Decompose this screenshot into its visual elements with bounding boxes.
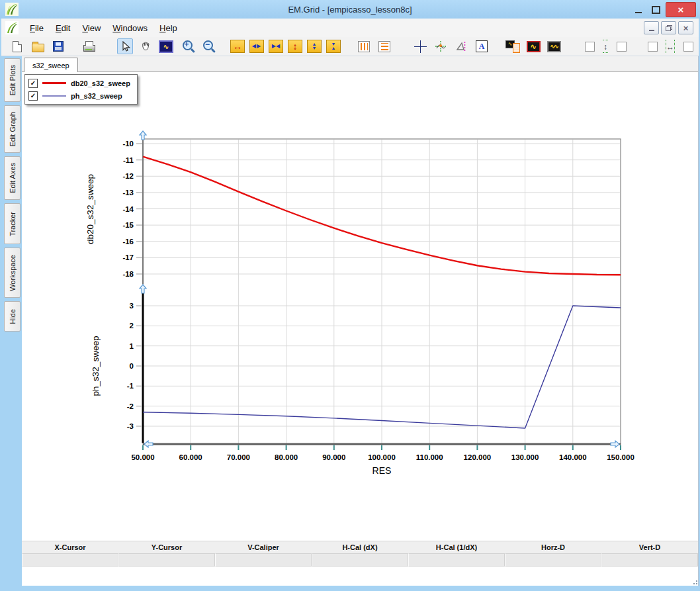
- pointer-tool-button[interactable]: [117, 38, 133, 54]
- sidebar-item-edit-graph[interactable]: Edit Graph: [4, 105, 21, 153]
- zoom-in-button[interactable]: [179, 38, 195, 54]
- minimize-icon: [635, 12, 642, 13]
- open-file-icon: [32, 44, 44, 52]
- status-column-header: Vert-D: [601, 541, 698, 553]
- bottom-axis-tick-label: -1: [127, 382, 134, 390]
- text-annotation-button[interactable]: [474, 38, 490, 54]
- pan-tool-button[interactable]: [138, 38, 153, 54]
- multi-plot-icon: [547, 41, 561, 52]
- fit-height-left-checkbox[interactable]: [582, 38, 597, 54]
- single-plot-button[interactable]: [525, 38, 541, 54]
- mdi-close-button[interactable]: [678, 21, 693, 34]
- status-value-cell: [408, 553, 505, 567]
- fit-width-right-checkbox[interactable]: [680, 38, 696, 54]
- crosshair-button[interactable]: [412, 38, 428, 54]
- sidebar-item-workspace[interactable]: Workspace: [4, 248, 21, 298]
- top-axis-tick-label: -16: [122, 238, 134, 246]
- bottom-axis-title: ph_s32_sweep: [91, 336, 101, 396]
- x-axis-tick-label: 110.000: [416, 453, 443, 461]
- mdi-restore-button[interactable]: [661, 21, 676, 34]
- legend-entry: ph_s32_sweep: [28, 89, 130, 102]
- plot-area[interactable]: -10-11-12-13-14-15-16-17-183210-1-2-350.…: [22, 56, 688, 586]
- axis-scroll-handle-icon[interactable]: [144, 441, 153, 447]
- close-button[interactable]: [666, 2, 696, 17]
- shrink-x-button[interactable]: [269, 40, 283, 53]
- open-file-button[interactable]: [30, 38, 46, 54]
- horizontal-bars-view-button[interactable]: [376, 38, 392, 54]
- menubar: FileEditViewWindowsHelp: [1, 19, 699, 38]
- toolbar: Layout: [1, 37, 699, 56]
- new-document-button[interactable]: [9, 38, 25, 54]
- stretch-y-button[interactable]: [307, 40, 322, 53]
- sidebar-item-label: Edit Graph: [9, 112, 17, 147]
- save-button[interactable]: [50, 38, 66, 54]
- plot-with-table-button[interactable]: [505, 38, 521, 54]
- status-column-header: V-Caliper: [215, 541, 312, 553]
- mdi-minimize-button[interactable]: [644, 21, 659, 34]
- pointer-tool-icon: [120, 41, 130, 52]
- vertical-bars-view-button[interactable]: [356, 38, 372, 54]
- print-icon: [83, 45, 95, 52]
- status-column-header: H-Cal (1/dX): [408, 541, 505, 553]
- expand-x-button[interactable]: [230, 40, 245, 53]
- zoom-out-button[interactable]: [199, 38, 215, 54]
- menu-item-help[interactable]: Help: [153, 21, 183, 36]
- status-column-header: Y-Cursor: [118, 541, 215, 553]
- window-bottom-border: [0, 586, 700, 591]
- expand-y-button[interactable]: [288, 40, 302, 53]
- minimize-button[interactable]: [631, 3, 646, 17]
- fit-height-right-checkbox[interactable]: [613, 38, 629, 54]
- status-value-cell: [215, 553, 312, 567]
- legend[interactable]: db20_s32_sweepph_s32_sweep: [24, 74, 138, 105]
- legend-label: ph_s32_sweep: [71, 92, 122, 100]
- zoom-region-icon: [159, 40, 173, 53]
- sidebar-item-label: Workspace: [9, 255, 17, 291]
- caliper-button[interactable]: [453, 38, 469, 54]
- maximize-button[interactable]: [648, 3, 663, 17]
- sidebar-item-tracker[interactable]: Tracker: [4, 203, 21, 244]
- status-column-header: X-Cursor: [22, 541, 118, 553]
- checkbox-blank-icon: [683, 42, 693, 52]
- sidebar: Edit Plots Edit Graph Edit Axes Tracker …: [1, 56, 22, 586]
- maximize-icon: [652, 6, 660, 14]
- horizontal-bars-view-icon: [378, 41, 390, 52]
- top-axis-tick-label: -14: [122, 205, 134, 213]
- shrink-y-button[interactable]: [326, 40, 341, 53]
- fit-width-left-checkbox[interactable]: [644, 38, 660, 54]
- vertical-bars-view-icon: [358, 41, 370, 52]
- resize-grip[interactable]: [691, 578, 697, 584]
- sidebar-item-edit-axes[interactable]: Edit Axes: [4, 156, 21, 200]
- legend-entry: db20_s32_sweep: [28, 77, 130, 89]
- x-axis-tick-label: 120.000: [464, 453, 492, 461]
- plot-canvas: s32_sweep db20_s32_sweepph_s32_sweep -10…: [22, 56, 699, 586]
- titlebar[interactable]: EM.Grid - [empicasso_lesson8c]: [0, 0, 700, 19]
- multi-plot-button[interactable]: [546, 38, 562, 54]
- status-column-header: H-Cal (dX): [312, 541, 408, 553]
- print-button[interactable]: [81, 38, 97, 54]
- status-column-header: Horz-D: [505, 541, 601, 553]
- axis-scroll-handle-icon[interactable]: [611, 441, 619, 447]
- menu-item-view[interactable]: View: [76, 21, 107, 36]
- stretch-x-button[interactable]: [249, 40, 264, 53]
- bottom-axis-tick-label: -2: [127, 402, 134, 410]
- legend-checkbox[interactable]: [28, 79, 38, 88]
- mdi-minimize-icon: [649, 30, 654, 31]
- x-axis-tick-label: 90.000: [322, 453, 345, 461]
- legend-checkbox[interactable]: [28, 91, 38, 101]
- top-axis-tick-label: -17: [122, 253, 134, 261]
- bottom-axis-tick-label: 3: [130, 302, 134, 310]
- menu-item-edit[interactable]: Edit: [50, 21, 76, 36]
- sidebar-item-edit-plots[interactable]: Edit Plots: [4, 58, 21, 102]
- caliper-icon: [455, 41, 467, 52]
- tracker-button[interactable]: [433, 38, 449, 54]
- bottom-axis-tick-label: -3: [127, 422, 134, 430]
- pan-hand-icon: [140, 41, 151, 52]
- menu-item-file[interactable]: File: [24, 21, 50, 36]
- axis-scroll-handle-icon[interactable]: [140, 285, 146, 293]
- bottom-axis-tick-label: 2: [130, 322, 134, 330]
- axis-scroll-handle-icon[interactable]: [140, 131, 146, 140]
- sidebar-item-hide[interactable]: Hide: [4, 301, 21, 332]
- zoom-region-button[interactable]: [158, 38, 174, 54]
- menu-item-windows[interactable]: Windows: [107, 21, 153, 36]
- single-plot-icon: [527, 41, 541, 52]
